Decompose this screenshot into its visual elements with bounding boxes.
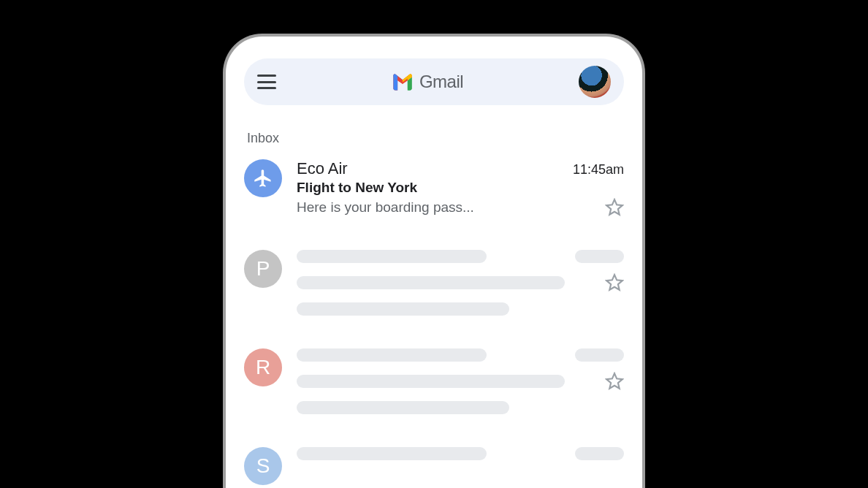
star-icon[interactable] xyxy=(605,372,624,391)
placeholder-bar xyxy=(297,302,509,316)
placeholder-content xyxy=(297,250,624,316)
email-content: Eco Air 11:45am Flight to New York Here … xyxy=(297,159,624,217)
placeholder-bar xyxy=(297,401,509,414)
placeholder-content xyxy=(297,447,624,470)
placeholder-bar xyxy=(297,276,565,289)
email-subject: Flight to New York xyxy=(297,180,624,196)
sender-avatar[interactable]: R xyxy=(244,348,282,386)
placeholder-bar xyxy=(297,250,487,263)
sender-avatar[interactable]: S xyxy=(244,447,282,485)
placeholder-bar xyxy=(297,348,487,362)
email-row-placeholder[interactable]: R xyxy=(244,348,624,414)
placeholder-bar xyxy=(297,375,565,388)
gmail-logo-icon xyxy=(392,73,414,91)
email-row-placeholder[interactable]: S xyxy=(244,447,624,485)
app-logo-section: Gmail xyxy=(392,72,463,92)
sender-avatar[interactable] xyxy=(244,159,282,197)
gmail-app-frame: Gmail Inbox Eco Air 11:45am Flight to Ne… xyxy=(226,37,642,488)
profile-avatar[interactable] xyxy=(579,66,611,98)
email-row-placeholder[interactable]: P xyxy=(244,250,624,316)
airplane-icon xyxy=(253,168,273,188)
placeholder-content xyxy=(297,348,624,414)
email-sender: Eco Air xyxy=(297,159,348,178)
star-icon[interactable] xyxy=(605,198,624,217)
inbox-section-header: Inbox xyxy=(244,131,624,146)
app-name: Gmail xyxy=(419,72,463,92)
menu-icon[interactable] xyxy=(257,75,276,89)
email-row[interactable]: Eco Air 11:45am Flight to New York Here … xyxy=(244,159,624,217)
placeholder-bar xyxy=(575,348,624,362)
sender-avatar[interactable]: P xyxy=(244,250,282,288)
placeholder-bar xyxy=(575,250,624,263)
search-bar[interactable]: Gmail xyxy=(244,58,624,105)
email-snippet: Here is your boarding pass... xyxy=(297,199,598,216)
placeholder-bar xyxy=(575,447,624,460)
placeholder-bar xyxy=(297,447,487,460)
email-time: 11:45am xyxy=(573,162,624,178)
star-icon[interactable] xyxy=(605,273,624,292)
